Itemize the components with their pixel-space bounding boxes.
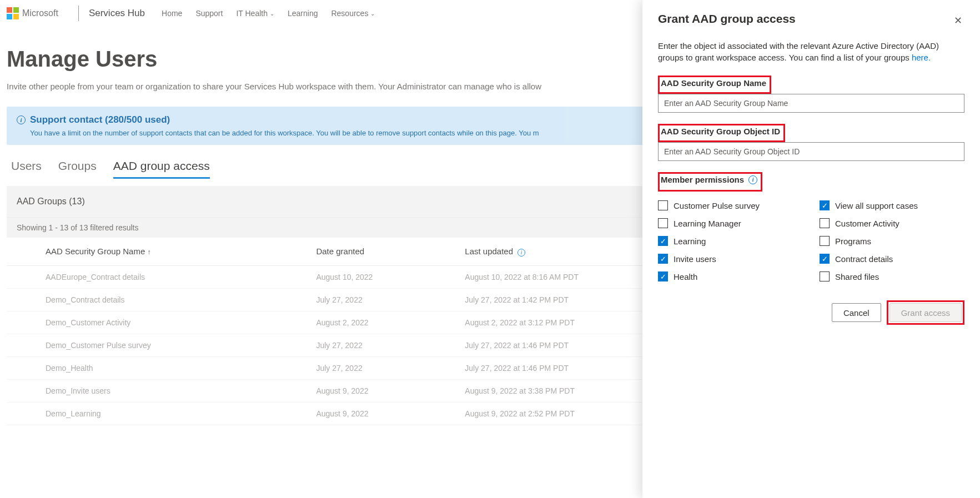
col-date[interactable]: Date granted [306,238,455,265]
chevron-down-icon: ⌄ [370,11,375,17]
checkbox-customer-activity[interactable] [820,218,830,228]
cancel-button[interactable]: Cancel [832,303,881,322]
checkbox-invite-users[interactable]: ✓ [658,254,668,264]
perm-label-customer-pulse-survey: Customer Pulse survey [674,201,760,210]
cell-date: August 9, 2022 [306,402,455,425]
nav-resources[interactable]: Resources⌄ [331,9,375,18]
brand[interactable]: Services Hub [89,8,145,19]
perm-label-customer-activity: Customer Activity [835,219,899,228]
perm-label-invite-users: Invite users [674,254,716,264]
perm-label-shared-files: Shared files [835,272,879,281]
cell-date: August 10, 2022 [306,265,455,288]
group-id-input[interactable] [658,142,964,161]
checkbox-programs[interactable] [820,236,830,246]
permissions-header: Member permissions [661,175,744,184]
panel-title: Grant AAD group access [658,12,952,26]
perm-label-learning: Learning [674,237,706,246]
nav-support[interactable]: Support [195,9,223,18]
cell-name: Demo_Customer Pulse survey [7,334,306,356]
grant-access-button[interactable]: Grant access [889,303,962,322]
tab-users[interactable]: Users [11,159,42,179]
cell-date: July 27, 2022 [306,356,455,379]
checkbox-view-all-support-cases[interactable]: ✓ [820,200,830,210]
cell-name: Demo_Invite users [7,379,306,402]
cell-date: July 27, 2022 [306,334,455,356]
perm-label-programs: Programs [835,237,871,246]
checkbox-learning-manager[interactable] [658,218,668,228]
cell-name: Demo_Contract details [7,288,306,311]
checkbox-contract-details[interactable]: ✓ [820,254,830,264]
nav-home[interactable]: Home [162,9,182,18]
perm-label-health: Health [674,272,697,281]
cell-date: August 9, 2022 [306,379,455,402]
info-icon[interactable]: i [748,175,757,184]
here-link[interactable]: here. [912,53,931,62]
perm-label-view-all-support-cases: View all support cases [835,201,918,210]
close-icon[interactable]: ✕ [952,12,964,29]
microsoft-text: Microsoft [22,8,58,18]
grant-access-panel: Grant AAD group access ✕ Enter the objec… [642,0,980,498]
microsoft-logo-icon [7,7,19,19]
banner-title: Support contact (280/500 used) [30,114,170,125]
tab-aad-group-access[interactable]: AAD group access [113,159,210,179]
cell-date: August 2, 2022 [306,311,455,334]
cell-name: Demo_Learning [7,402,306,425]
group-name-input[interactable] [658,94,964,113]
panel-description: Enter the object id associated with the … [658,40,964,63]
group-name-label: AAD Security Group Name [661,78,766,88]
cell-date: July 27, 2022 [306,288,455,311]
checkbox-health[interactable]: ✓ [658,271,668,281]
col-name[interactable]: AAD Security Group Name ↑ [7,238,306,265]
info-icon: i [17,115,26,124]
nav-learning[interactable]: Learning [288,9,318,18]
cell-name: AADEurope_Contract details [7,265,306,288]
checkbox-learning[interactable]: ✓ [658,236,668,246]
sort-asc-icon: ↑ [147,248,150,256]
cell-name: Demo_Customer Activity [7,311,306,334]
group-id-label: AAD Security Group Object ID [661,127,780,136]
cell-name: Demo_Health [7,356,306,379]
perm-label-learning-manager: Learning Manager [674,219,741,228]
chevron-down-icon: ⌄ [270,11,274,17]
info-icon[interactable]: i [517,249,525,256]
divider [78,6,79,21]
nav-it-health[interactable]: IT Health⌄ [236,9,274,18]
perm-label-contract-details: Contract details [835,254,893,264]
tab-groups[interactable]: Groups [58,159,97,179]
checkbox-shared-files[interactable] [820,271,830,281]
checkbox-customer-pulse-survey[interactable] [658,200,668,210]
